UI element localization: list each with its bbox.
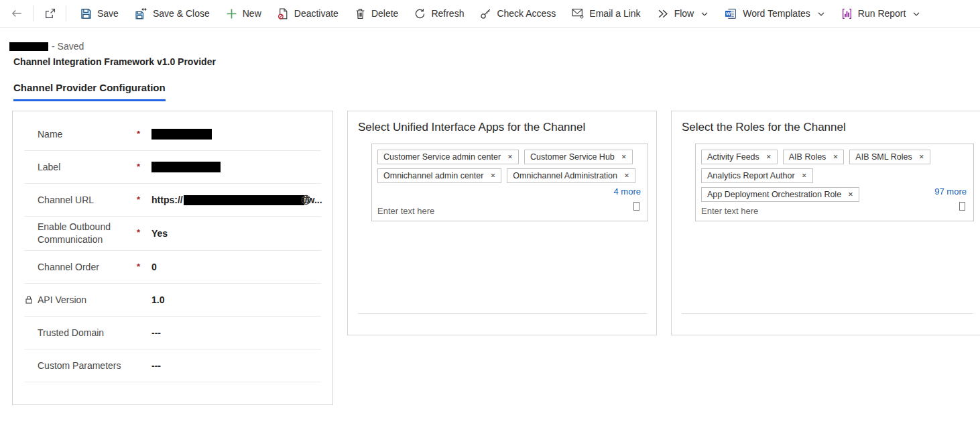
remove-chip-icon[interactable]: ✕ [766, 154, 772, 160]
chip-label: Customer Service Hub [530, 152, 615, 162]
roles-panel: Select the Roles for the Channel Activit… [671, 111, 980, 335]
roles-more-link[interactable]: 97 more [934, 186, 967, 197]
toolbar-divider [66, 5, 66, 21]
channel-provider-form-panel: Name*Label*Channel URL*https:///w...Enab… [12, 111, 333, 405]
field-label-channel-url: Channel URL [38, 190, 137, 211]
svg-text:W: W [726, 11, 731, 17]
field-value-api-version: 1.0 [151, 294, 164, 305]
remove-chip-icon[interactable]: ✕ [919, 154, 924, 160]
toolbar-item-label: Deactivate [294, 8, 339, 19]
unknown-glyph-icon [633, 202, 639, 211]
toolbar-item-label: Save [97, 8, 119, 19]
chip-aib-roles[interactable]: AIB Roles✕ [783, 150, 845, 164]
record-name-redacted [9, 42, 48, 51]
tab-channel-provider-configuration[interactable]: Channel Provider Configuration [13, 82, 166, 101]
toolbar-save-close-button[interactable]: Save & Close [127, 0, 218, 27]
remove-chip-icon[interactable]: ✕ [833, 154, 838, 160]
form-row-channel-url: Channel URL*https:///w... [24, 184, 321, 217]
plus-icon [226, 8, 237, 19]
remove-chip-icon[interactable]: ✕ [624, 172, 629, 179]
form-row-name: Name* [24, 118, 321, 151]
remove-chip-icon[interactable]: ✕ [848, 191, 853, 198]
toolbar-divider [33, 5, 34, 21]
field-value-channel-order[interactable]: 0 [151, 262, 157, 272]
field-value-label[interactable] [151, 162, 221, 172]
chip-omnichannel-administration[interactable]: Omnichannel Administration✕ [507, 168, 635, 183]
unknown-glyph-icon [959, 202, 965, 211]
chip-label: Omnichannel Administration [513, 171, 617, 180]
toolbar-email-a-link-button[interactable]: Email a Link [564, 0, 648, 27]
field-value-custom-parameters[interactable]: --- [151, 360, 161, 371]
apps-more-link[interactable]: 4 more [614, 186, 641, 197]
chip-omnichannel-admin-center[interactable]: Omnichannel admin center✕ [377, 168, 501, 183]
field-label-custom-parameters: Custom Parameters [38, 355, 137, 376]
form-row-api-version: API Version1.0 [24, 284, 321, 317]
apps-panel: Select Unified Interface Apps for the Ch… [347, 111, 657, 335]
required-asterisk: * [137, 118, 151, 139]
report-icon [841, 8, 853, 19]
toolbar-item-label: Refresh [431, 8, 464, 19]
toolbar-run-report-button[interactable]: Run Report [833, 0, 929, 27]
roles-multiselect-box[interactable]: Activity Feeds✕AIB Roles✕AIB SML Roles✕A… [695, 144, 974, 221]
toolbar-item-label: Check Access [497, 8, 556, 19]
chip-activity-feeds[interactable]: Activity Feeds✕ [701, 150, 778, 164]
chip-aib-sml-roles[interactable]: AIB SML Roles✕ [849, 150, 930, 164]
roles-input-placeholder[interactable]: Enter text here [701, 206, 758, 216]
field-label-name: Name [38, 124, 137, 145]
toolbar-item-label: Run Report [858, 8, 906, 19]
toolbar-item-label: New [243, 8, 261, 19]
chevron-down-icon [817, 10, 825, 18]
saved-status: - Saved [52, 41, 84, 52]
toolbar-flow-button[interactable]: Flow [649, 0, 717, 27]
apps-input-placeholder[interactable]: Enter text here [377, 206, 434, 216]
remove-chip-icon[interactable]: ✕ [507, 154, 513, 160]
chip-label: Customer Service admin center [383, 152, 501, 162]
lock-icon [24, 295, 34, 305]
chip-label: App Deployment Orchestration Role [707, 190, 841, 199]
required-asterisk: * [137, 184, 151, 205]
chip-label: Analytics Report Author [707, 171, 795, 180]
save-close-icon [135, 8, 147, 19]
toolbar-deactivate-button[interactable]: Deactivate [269, 0, 347, 27]
field-label-label: Label [38, 157, 137, 178]
remove-chip-icon[interactable]: ✕ [621, 154, 627, 160]
toolbar-item-label: Save & Close [153, 8, 210, 19]
panel-separator [682, 313, 973, 314]
toolbar-item-label: Word Templates [743, 8, 810, 19]
deactivate-icon [278, 8, 289, 19]
field-value-name[interactable] [151, 129, 212, 140]
remove-chip-icon[interactable]: ✕ [490, 172, 495, 179]
redacted-value [151, 129, 212, 140]
back-button[interactable] [7, 0, 27, 27]
redacted-value [151, 162, 221, 172]
chip-label: Activity Feeds [707, 152, 759, 162]
toolbar-refresh-button[interactable]: Refresh [406, 0, 472, 27]
back-arrow-icon [11, 7, 23, 19]
toolbar-save-button[interactable]: Save [72, 0, 127, 27]
toolbar-new-button[interactable]: New [218, 0, 269, 27]
form-row-enable-outbound-communication: Enable Outbound Communication*Yes [24, 217, 321, 251]
chip-app-deployment-orchestration-role[interactable]: App Deployment Orchestration Role✕ [701, 187, 859, 202]
chip-customer-service-admin-center[interactable]: Customer Service admin center✕ [377, 150, 519, 164]
chip-analytics-report-author[interactable]: Analytics Report Author✕ [701, 168, 813, 183]
field-value-enable-outbound-communication[interactable]: Yes [151, 228, 168, 239]
field-value-channel-url[interactable]: https:///w... [151, 195, 322, 205]
toolbar-word-templates-button[interactable]: WWord Templates [717, 0, 833, 27]
chip-customer-service-hub[interactable]: Customer Service Hub✕ [524, 150, 633, 164]
word-icon: W [725, 8, 737, 19]
required-asterisk: * [137, 151, 151, 172]
open-in-new-window-button[interactable] [40, 0, 60, 27]
remove-chip-icon[interactable]: ✕ [802, 172, 807, 179]
toolbar-delete-button[interactable]: Delete [347, 0, 406, 27]
form-row-label: Label* [24, 151, 321, 184]
panel-separator [358, 313, 647, 314]
apps-multiselect-box[interactable]: Customer Service admin center✕Customer S… [371, 144, 648, 221]
toolbar-item-label: Email a Link [589, 8, 640, 19]
globe-icon[interactable] [300, 195, 312, 206]
toolbar-item-label: Delete [371, 8, 398, 19]
record-title-row: - Saved [9, 41, 84, 52]
popout-icon [44, 8, 56, 19]
toolbar-check-access-button[interactable]: Check Access [472, 0, 564, 27]
form-row-trusted-domain: Trusted Domain--- [24, 317, 321, 349]
field-value-trusted-domain[interactable]: --- [151, 327, 161, 338]
